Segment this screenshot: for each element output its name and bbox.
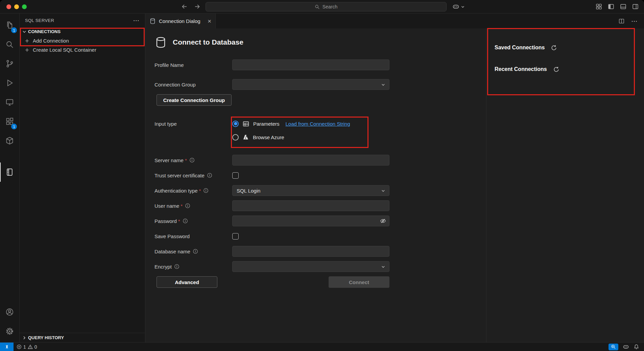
activity-item-search[interactable]	[0, 35, 19, 54]
parameters-radio[interactable]	[232, 121, 239, 127]
close-window-button[interactable]	[6, 4, 11, 9]
more-actions-icon[interactable]: ⋯	[631, 18, 638, 24]
info-icon[interactable]	[174, 264, 180, 269]
parameters-label: Parameters	[253, 121, 280, 127]
database-name-row: Database name	[154, 246, 389, 257]
copilot-icon[interactable]	[623, 344, 629, 350]
refresh-icon[interactable]	[551, 45, 557, 51]
trust-server-certificate-checkbox[interactable]	[232, 172, 239, 179]
toggle-primary-sidebar-icon[interactable]	[608, 3, 614, 10]
activity-item-remote-explorer[interactable]	[0, 93, 19, 112]
activity-item-explorer[interactable]: 1	[0, 16, 19, 35]
activity-item-accounts[interactable]	[0, 302, 19, 322]
split-editor-icon[interactable]	[618, 18, 625, 24]
warning-count: 0	[34, 344, 37, 350]
activity-item-run-debug[interactable]	[0, 73, 19, 93]
customize-layout-icon[interactable]	[596, 3, 602, 10]
zoom-in-icon	[611, 344, 616, 349]
zoom-indicator[interactable]	[609, 344, 618, 350]
advanced-button[interactable]: Advanced	[157, 276, 217, 288]
form-buttons-row: Advanced Connect	[154, 276, 389, 288]
tab-bar: Connection Dialog × ⋯	[145, 14, 644, 28]
activity-item-sql-server[interactable]	[0, 162, 19, 182]
saved-connections-label: Saved Connections	[495, 45, 545, 51]
workbench: 1	[0, 14, 644, 342]
encrypt-select[interactable]	[232, 261, 389, 272]
eye-off-icon[interactable]	[380, 218, 386, 224]
close-icon[interactable]: ×	[208, 18, 211, 24]
error-icon	[17, 344, 22, 349]
activity-bar: 1	[0, 14, 20, 342]
required-marker: *	[185, 157, 187, 163]
connection-group-label: Connection Group	[154, 82, 232, 87]
input-type-label: Input type	[154, 118, 232, 129]
browse-azure-radio[interactable]	[232, 134, 239, 141]
sidebar-item-create-local-sql-container[interactable]: Create Local SQL Container	[20, 45, 145, 54]
user-name-input[interactable]	[232, 200, 389, 211]
info-icon[interactable]	[189, 157, 195, 163]
more-actions-icon[interactable]: ⋯	[133, 17, 140, 24]
refresh-icon[interactable]	[553, 66, 559, 73]
minimize-window-button[interactable]	[14, 4, 19, 9]
info-icon[interactable]	[207, 173, 212, 178]
connections-section-header[interactable]: CONNECTIONS	[20, 27, 145, 36]
maximize-window-button[interactable]	[22, 4, 27, 9]
required-marker: *	[199, 188, 201, 194]
status-bar-right	[609, 344, 644, 350]
query-history-section-header[interactable]: QUERY HISTORY	[20, 333, 145, 342]
forward-icon[interactable]	[193, 3, 201, 10]
toggle-panel-icon[interactable]	[620, 3, 626, 10]
toggle-secondary-sidebar-icon[interactable]	[632, 3, 639, 10]
run-debug-icon	[5, 78, 14, 87]
back-icon[interactable]	[181, 3, 188, 10]
database-name-input[interactable]	[232, 246, 389, 257]
authentication-type-select[interactable]: SQL Login	[232, 185, 389, 196]
title-bar: Search	[0, 0, 644, 14]
azure-icon	[242, 134, 249, 141]
recent-connections-label: Recent Connections	[495, 66, 547, 72]
connection-form: Profile Name Connection Group	[154, 59, 389, 288]
account-icon	[5, 307, 14, 317]
copilot-icon	[452, 3, 459, 10]
connect-button[interactable]: Connect	[329, 276, 389, 288]
command-center-search[interactable]: Search	[206, 2, 447, 11]
info-icon[interactable]	[183, 218, 188, 224]
info-icon[interactable]	[203, 188, 209, 193]
activity-item-extensions[interactable]: 1	[0, 112, 19, 131]
required-marker: *	[178, 218, 180, 224]
activity-item-package[interactable]	[0, 131, 19, 150]
password-input[interactable]	[232, 216, 389, 226]
tab-label: Connection Dialog	[159, 18, 200, 24]
extensions-badge: 1	[11, 124, 17, 129]
activity-item-source-control[interactable]	[0, 54, 19, 73]
database-icon	[149, 18, 156, 24]
profile-name-input[interactable]	[232, 59, 389, 70]
create-connection-group-button[interactable]: Create Connection Group	[157, 94, 232, 106]
problems-indicator[interactable]: 1 0	[14, 344, 37, 350]
browse-azure-label: Browse Azure	[253, 134, 284, 140]
info-icon[interactable]	[193, 249, 198, 254]
connections-panel: Saved Connections Recent Connections	[486, 28, 644, 342]
connection-group-select[interactable]	[232, 79, 389, 90]
activity-bar-bottom	[0, 302, 19, 341]
sidebar-item-add-connection[interactable]: Add Connection	[20, 36, 145, 45]
bell-icon[interactable]	[634, 344, 639, 350]
tab-connection-dialog[interactable]: Connection Dialog ×	[145, 14, 216, 28]
profile-name-label: Profile Name	[154, 62, 232, 68]
activity-item-settings[interactable]	[0, 322, 19, 341]
server-name-input[interactable]	[232, 155, 389, 166]
remote-indicator[interactable]	[0, 343, 14, 351]
load-from-connection-string-link[interactable]: Load from Connection String	[286, 121, 350, 127]
copilot-menu-button[interactable]	[452, 3, 465, 10]
add-connection-label: Add Connection	[33, 38, 69, 44]
info-icon[interactable]	[185, 203, 190, 208]
query-history-label: QUERY HISTORY	[28, 335, 64, 340]
database-name-label: Database name	[154, 249, 232, 254]
remote-icon	[4, 344, 10, 350]
recent-connections-row: Recent Connections	[495, 65, 644, 74]
connection-dialog-webview: Connect to Database Profile Name Connect…	[145, 28, 644, 342]
trust-server-certificate-label: Trust server certificate	[154, 173, 232, 178]
input-type-row: Input type	[154, 118, 389, 155]
save-password-checkbox[interactable]	[232, 233, 239, 240]
chevron-right-icon	[22, 335, 27, 341]
